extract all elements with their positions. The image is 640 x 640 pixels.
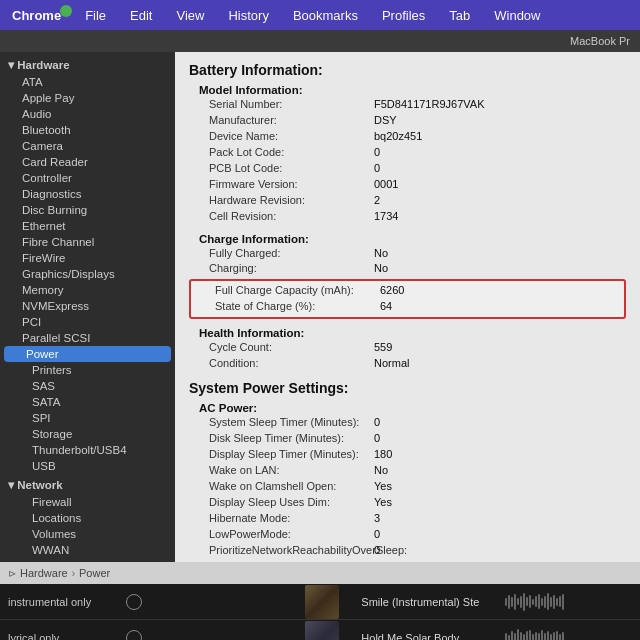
music-row-1: instrumental only Smile (Instrumental) S… [0, 584, 640, 620]
wave-bar [553, 595, 555, 609]
wave-bar [520, 596, 522, 608]
wave-bar [514, 594, 516, 610]
breadcrumb-hardware[interactable]: Hardware [20, 567, 68, 579]
table-row: Wake on Clamshell Open:Yes [189, 479, 626, 495]
sidebar-item-printers[interactable]: Printers [0, 362, 175, 378]
sidebar-item-firewall[interactable]: Firewall [0, 494, 175, 510]
table-row: Pack Lot Code:0 [189, 145, 626, 161]
sidebar-section-network: ▾ Network [0, 476, 175, 494]
sidebar-item-disc-burning[interactable]: Disc Burning [0, 202, 175, 218]
breadcrumb-separator: › [72, 568, 75, 579]
wave-bar [553, 632, 555, 640]
sidebar-item-wwan[interactable]: WWAN [0, 542, 175, 558]
wave-bar [520, 632, 522, 640]
sidebar-item-firewire[interactable]: FireWire [0, 250, 175, 266]
wave-bar [562, 632, 564, 641]
wave-bar [541, 598, 543, 606]
menu-bookmarks[interactable]: Bookmarks [289, 6, 362, 25]
sidebar-item-fibre-channel[interactable]: Fibre Channel [0, 234, 175, 250]
music-label-1: instrumental only [8, 596, 118, 608]
wave-bar [529, 595, 531, 608]
table-row: Charging:No [189, 261, 626, 277]
wave-bar [508, 595, 510, 609]
sidebar-item-apple-pay[interactable]: Apple Pay [0, 90, 175, 106]
wave-bar [538, 633, 540, 641]
wave-bar [532, 599, 534, 605]
wave-bar [532, 634, 534, 641]
sidebar-item-power[interactable]: Power [4, 346, 171, 362]
sidebar-item-card-reader[interactable]: Card Reader [0, 154, 175, 170]
sidebar-item-locations[interactable]: Locations [0, 510, 175, 526]
breadcrumb-bar: ⊳ Hardware › Power [0, 562, 640, 584]
waveform-1 [505, 592, 632, 612]
menu-edit[interactable]: Edit [126, 6, 156, 25]
wave-bar [517, 598, 519, 605]
breadcrumb-power[interactable]: Power [79, 567, 110, 579]
song-info-2: Hold Me Solar Body [361, 632, 488, 641]
sidebar-item-ata[interactable]: ATA [0, 74, 175, 90]
sidebar-item-thunderbolt[interactable]: Thunderbolt/USB4 [0, 442, 175, 458]
sidebar-item-spi[interactable]: SPI [0, 410, 175, 426]
table-row: Cell Revision:1734 [189, 209, 626, 225]
radio-lyrical[interactable] [126, 630, 142, 641]
sidebar-section-hardware: ▾ Hardware [0, 56, 175, 74]
sidebar-item-camera[interactable]: Camera [0, 138, 175, 154]
table-row: Condition:Normal [189, 356, 626, 372]
sidebar-item-wifi[interactable]: Wi-Fi [0, 558, 175, 562]
menu-file[interactable]: File [81, 6, 110, 25]
song-info-1: Smile (Instrumental) Ste [361, 596, 488, 608]
highlight-box: Full Charge Capacity (mAh):6260 State of… [189, 279, 626, 319]
sidebar-item-sata[interactable]: SATA [0, 394, 175, 410]
main-area: ▾ Hardware ATA Apple Pay Audio Bluetooth… [0, 52, 640, 562]
sidebar-item-graphics[interactable]: Graphics/Displays [0, 266, 175, 282]
table-row: Hibernate Mode:3 [189, 511, 626, 527]
table-row: Display Sleep Timer (Minutes):180 [189, 447, 626, 463]
sidebar-item-parallel-scsi[interactable]: Parallel SCSI [0, 330, 175, 346]
wave-bar [547, 631, 549, 640]
sidebar-item-controller[interactable]: Controller [0, 170, 175, 186]
sidebar-item-usb[interactable]: USB [0, 458, 175, 474]
wave-bar [523, 593, 525, 611]
traffic-light-green[interactable] [60, 5, 72, 17]
wave-bar [541, 630, 543, 640]
wave-bar [544, 596, 546, 608]
wave-bar [559, 634, 561, 641]
sidebar: ▾ Hardware ATA Apple Pay Audio Bluetooth… [0, 52, 175, 562]
album-art-image-1 [305, 585, 339, 619]
wave-bar [526, 597, 528, 606]
sidebar-item-bluetooth[interactable]: Bluetooth [0, 122, 175, 138]
sidebar-item-ethernet[interactable]: Ethernet [0, 218, 175, 234]
table-row: Manufacturer:DSY [189, 113, 626, 129]
wave-bar [517, 629, 519, 640]
sidebar-item-pci[interactable]: PCI [0, 314, 175, 330]
album-art-1 [305, 585, 339, 619]
radio-instrumental[interactable] [126, 594, 142, 610]
breadcrumb-icon: ⊳ [8, 568, 16, 579]
wave-bar [526, 631, 528, 640]
table-row: Hardware Revision:2 [189, 193, 626, 209]
sidebar-item-nvmexpress[interactable]: NVMExpress [0, 298, 175, 314]
ac-power-title: AC Power: [189, 402, 626, 414]
sidebar-item-memory[interactable]: Memory [0, 282, 175, 298]
table-row: Display Sleep Uses Dim:Yes [189, 495, 626, 511]
table-row: Firmware Version:0001 [189, 177, 626, 193]
menu-history[interactable]: History [224, 6, 272, 25]
wave-bar [550, 597, 552, 607]
table-row-highlighted: State of Charge (%):64 [195, 299, 620, 315]
wave-bar [550, 634, 552, 640]
menu-view[interactable]: View [172, 6, 208, 25]
menu-profiles[interactable]: Profiles [378, 6, 429, 25]
menu-window[interactable]: Window [490, 6, 544, 25]
sidebar-item-diagnostics[interactable]: Diagnostics [0, 186, 175, 202]
table-row: Fully Charged:No [189, 246, 626, 262]
song-title-2: Hold Me Solar Body [361, 632, 488, 641]
sidebar-item-audio[interactable]: Audio [0, 106, 175, 122]
sidebar-item-sas[interactable]: SAS [0, 378, 175, 394]
charge-info-table: Fully Charged:No Charging:No Full Charge… [189, 246, 626, 320]
menu-tab[interactable]: Tab [445, 6, 474, 25]
charge-info-title: Charge Information: [189, 233, 626, 245]
menu-chrome[interactable]: Chrome [8, 6, 65, 25]
wave-bar [556, 598, 558, 606]
sidebar-item-volumes[interactable]: Volumes [0, 526, 175, 542]
sidebar-item-storage[interactable]: Storage [0, 426, 175, 442]
